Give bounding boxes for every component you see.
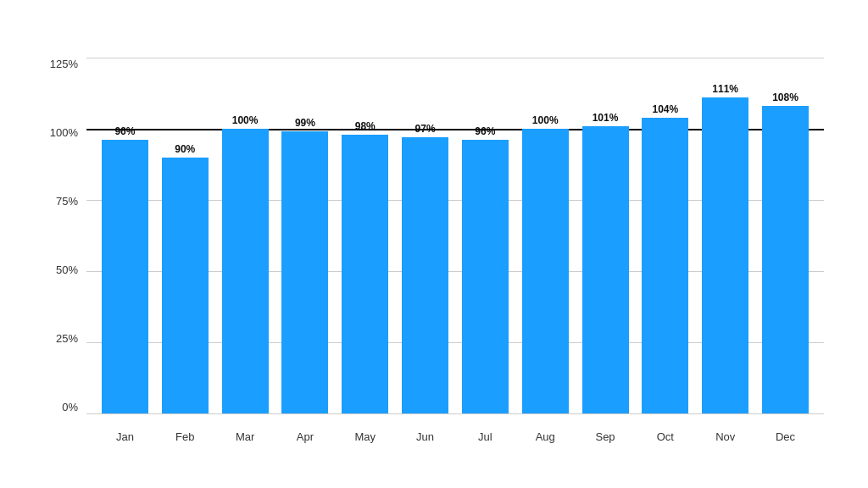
bar-dec <box>762 106 809 413</box>
bar-value-jun: 97% <box>415 123 436 135</box>
y-label-100: 100% <box>36 126 78 139</box>
y-label-0: 0% <box>36 401 78 413</box>
x-label-jul: Jul <box>455 430 515 443</box>
x-label-sep: Sep <box>576 430 636 443</box>
bar-value-nov: 111% <box>712 83 738 95</box>
x-label-jun: Jun <box>395 430 455 443</box>
chart-area: 125% 100% 75% 50% 25% 0% 96%90%100%99%98… <box>86 58 824 413</box>
bar-nov <box>702 97 748 413</box>
x-label-nov: Nov <box>695 430 755 443</box>
grid-line-0 <box>86 413 824 414</box>
x-label-may: May <box>335 430 395 443</box>
y-axis-labels: 125% 100% 75% 50% 25% 0% <box>36 58 78 413</box>
bar-group-apr: 99% <box>275 58 335 413</box>
x-label-jan: Jan <box>95 430 155 443</box>
chart-container: 125% 100% 75% 50% 25% 0% 96%90%100%99%98… <box>27 24 841 464</box>
bar-oct <box>642 118 688 413</box>
bar-value-aug: 100% <box>532 114 559 126</box>
y-label-50: 50% <box>36 263 78 276</box>
x-label-aug: Aug <box>515 430 576 443</box>
x-label-dec: Dec <box>755 430 815 443</box>
bar-may <box>342 135 388 413</box>
bar-feb <box>162 158 209 413</box>
x-label-apr: Apr <box>275 430 335 443</box>
bar-aug <box>522 129 569 413</box>
bar-group-mar: 100% <box>215 58 275 413</box>
bar-value-jul: 96% <box>475 125 495 137</box>
bar-value-oct: 104% <box>653 103 679 115</box>
bar-group-nov: 111% <box>695 58 755 413</box>
x-label-oct: Oct <box>635 430 695 443</box>
bar-value-sep: 101% <box>593 112 619 124</box>
bar-jun <box>402 137 448 413</box>
bar-jul <box>462 140 509 413</box>
bar-group-jun: 97% <box>395 58 455 413</box>
bar-group-may: 98% <box>335 58 395 413</box>
bar-value-may: 98% <box>355 120 376 132</box>
y-label-25: 25% <box>36 332 78 345</box>
bar-apr <box>281 131 328 413</box>
bar-value-mar: 100% <box>232 114 259 126</box>
y-label-75: 75% <box>36 195 78 208</box>
bar-value-feb: 90% <box>175 143 195 155</box>
bar-jan <box>102 140 148 413</box>
bar-group-oct: 104% <box>635 58 695 413</box>
bar-group-jan: 96% <box>95 58 155 413</box>
x-axis-labels: JanFebMarAprMayJunJulAugSepOctNovDec <box>86 430 824 443</box>
bar-group-jul: 96% <box>455 58 515 413</box>
bar-sep <box>582 126 629 413</box>
bar-group-aug: 100% <box>515 58 576 413</box>
x-label-mar: Mar <box>215 430 275 443</box>
bar-group-feb: 90% <box>155 58 215 413</box>
bars-container: 96%90%100%99%98%97%96%100%101%104%111%10… <box>86 58 824 413</box>
bar-value-jan: 96% <box>114 125 135 137</box>
bar-group-sep: 101% <box>576 58 636 413</box>
bar-mar <box>222 129 269 413</box>
bar-group-dec: 108% <box>755 58 815 413</box>
x-label-feb: Feb <box>155 430 215 443</box>
bar-value-dec: 108% <box>772 92 798 103</box>
y-label-125: 125% <box>36 58 78 70</box>
bar-value-apr: 99% <box>295 117 315 129</box>
